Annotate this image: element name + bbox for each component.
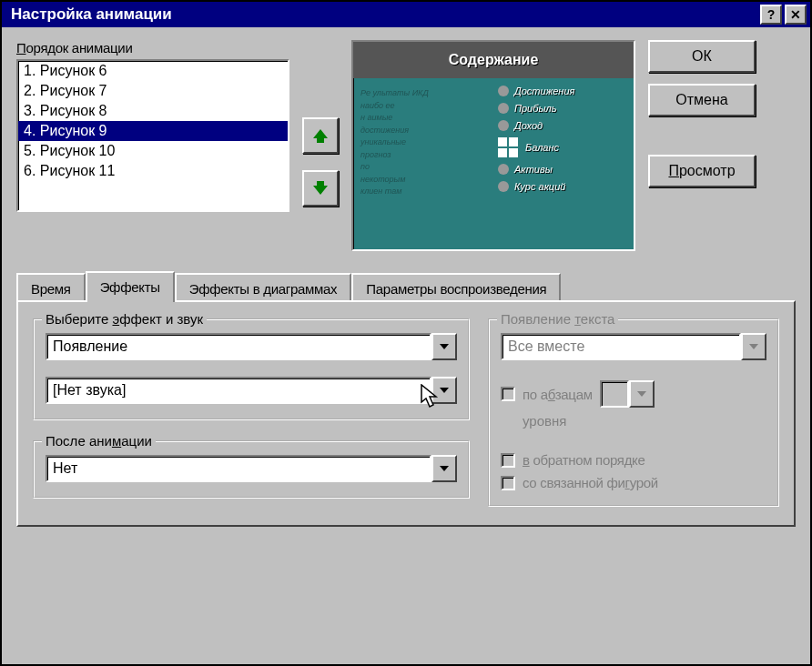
level-combo [600,380,655,408]
chevron-down-icon [439,385,450,396]
level-label: уровня [501,413,766,429]
checkbox-icon [501,476,515,490]
linked-shape-checkbox: со связанной фигурой [501,475,766,490]
tab-chart-effects[interactable]: Эффекты в диаграммах [175,273,352,302]
sound-combo-value: [Нет звука] [46,377,431,404]
move-up-button[interactable] [302,117,339,154]
effect-combo-value: Появление [46,333,431,360]
arrow-up-icon [311,126,330,145]
close-icon: ✕ [790,7,801,22]
text-mode-button [741,333,766,360]
text-mode-combo: Все вместе [501,333,766,360]
after-combo-value: Нет [46,455,431,482]
arrow-down-icon [311,179,330,197]
level-combo-button [629,380,655,408]
list-item[interactable]: 5. Рисунок 10 [18,141,288,161]
window-title: Настройка анимации [5,5,757,24]
effect-combo-button[interactable] [431,333,457,360]
tab-effects[interactable]: Эффекты [86,271,175,302]
effect-sound-group: Выберите эффект и звук Появление [Нет зв… [33,318,470,420]
after-animation-group: После анимации Нет [33,440,470,499]
list-item[interactable]: 2. Рисунок 7 [18,81,288,101]
preview-right-list: Достижения Прибыль Доход Баланс Активы К… [492,78,634,249]
checkbox-icon [501,453,515,468]
list-item[interactable]: 3. Рисунок 8 [18,101,288,121]
chevron-down-icon [439,463,450,474]
titlebar: Настройка анимации ? ✕ [2,2,810,27]
after-combo-button[interactable] [431,455,457,482]
sound-combo-button[interactable] [431,377,457,404]
tab-panel-effects: Выберите эффект и звук Появление [Нет зв… [16,300,796,527]
by-paragraph-checkbox: по абзацам [501,387,593,402]
order-label: Порядок анимации [16,40,289,56]
group-legend: Появление текста [497,311,618,327]
animation-order-listbox[interactable]: 1. Рисунок 6 2. Рисунок 7 3. Рисунок 8 4… [16,59,289,212]
list-item[interactable]: 6. Рисунок 11 [18,161,288,181]
list-item[interactable]: 1. Рисунок 6 [18,61,288,81]
tab-time[interactable]: Время [16,273,86,302]
ok-button[interactable]: ОК [648,40,756,73]
sound-combo[interactable]: [Нет звука] [46,377,457,404]
tab-playback[interactable]: Параметры воспроизведения [351,273,561,302]
close-button[interactable]: ✕ [785,5,807,25]
after-combo[interactable]: Нет [46,455,457,482]
list-item[interactable]: 4. Рисунок 9 [18,121,288,141]
reverse-order-checkbox: в обратном порядке [501,452,766,468]
preview-left-text: Ре ультаты ИКД наибо ее н аимые достижен… [353,78,492,249]
chevron-down-icon [748,341,759,352]
group-legend: Выберите эффект и звук [42,311,207,327]
preview-heading: Содержание [353,42,634,78]
slide-preview: Содержание Ре ультаты ИКД наибо ее н аим… [351,40,635,251]
checkbox-icon [501,387,515,401]
effect-combo[interactable]: Появление [46,333,457,360]
help-button[interactable]: ? [760,5,782,25]
preview-button[interactable]: Просмотр [648,155,756,187]
dialog-window: Настройка анимации ? ✕ Порядок анимации … [0,0,812,666]
chevron-down-icon [636,388,647,399]
question-icon: ? [767,7,776,22]
move-down-button[interactable] [302,170,339,207]
group-legend: После анимации [42,433,156,449]
chevron-down-icon [439,341,450,352]
tab-row: Время Эффекты Эффекты в диаграммах Парам… [16,271,796,300]
text-mode-value: Все вместе [501,333,741,360]
cancel-button[interactable]: Отмена [648,84,756,116]
text-appearance-group: Появление текста Все вместе по абзацам [488,318,779,507]
